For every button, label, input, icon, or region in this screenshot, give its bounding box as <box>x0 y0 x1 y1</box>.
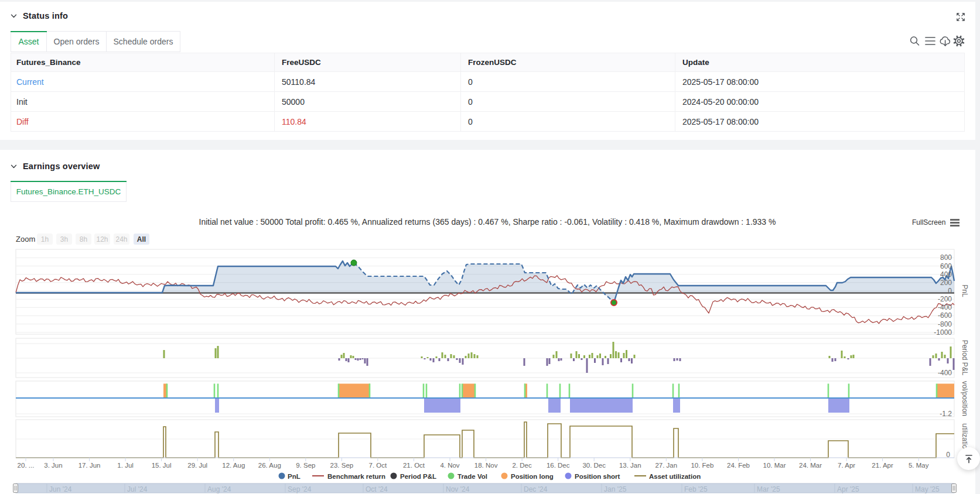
svg-text:18. Nov: 18. Nov <box>474 462 498 469</box>
svg-text:Period P&L: Period P&L <box>400 473 436 480</box>
svg-text:24h: 24h <box>115 235 127 243</box>
svg-text:3h: 3h <box>60 235 68 243</box>
svg-text:21. Apr: 21. Apr <box>872 462 893 469</box>
svg-text:Asset utilization: Asset utilization <box>649 473 701 480</box>
svg-text:1h: 1h <box>41 235 49 243</box>
svg-text:Mar '25: Mar '25 <box>757 485 780 493</box>
svg-text:2. Dec: 2. Dec <box>512 462 531 469</box>
svg-text:Feb '25: Feb '25 <box>684 485 708 493</box>
svg-text:Aug '24: Aug '24 <box>207 485 231 493</box>
svg-text:400: 400 <box>940 270 952 279</box>
svg-text:Period P&L: Period P&L <box>961 340 969 376</box>
svg-text:Jan '25: Jan '25 <box>604 485 627 493</box>
svg-text:4. Nov: 4. Nov <box>440 462 459 469</box>
svg-text:7. Apr: 7. Apr <box>838 462 855 469</box>
svg-text:8h: 8h <box>80 235 87 243</box>
svg-text:20. ...: 20. ... <box>18 462 35 469</box>
svg-text:10. Mar: 10. Mar <box>763 462 786 469</box>
svg-text:30. Dec: 30. Dec <box>582 462 606 469</box>
svg-text:3. Jun: 3. Jun <box>44 462 62 469</box>
svg-text:Dec '24: Dec '24 <box>524 485 548 493</box>
svg-text:600: 600 <box>940 262 952 270</box>
svg-text:Sep '24: Sep '24 <box>288 485 312 493</box>
svg-text:1. Jul: 1. Jul <box>117 462 134 469</box>
svg-text:7. Oct: 7. Oct <box>369 462 387 469</box>
svg-text:15. Jul: 15. Jul <box>152 462 172 469</box>
svg-text:Position short: Position short <box>575 473 620 480</box>
svg-text:Benchmark return: Benchmark return <box>327 473 385 480</box>
svg-text:13. Jan: 13. Jan <box>619 462 641 469</box>
svg-text:PnL: PnL <box>961 284 969 297</box>
svg-text:Jun '24: Jun '24 <box>49 485 72 493</box>
svg-text:10. Feb: 10. Feb <box>691 462 713 469</box>
svg-text:800: 800 <box>940 253 952 262</box>
svg-text:-800: -800 <box>938 320 952 328</box>
svg-text:-1.2: -1.2 <box>940 410 952 418</box>
svg-text:vol/position: vol/position <box>961 381 969 416</box>
svg-text:27. Jan: 27. Jan <box>655 462 677 469</box>
svg-text:Trade Vol: Trade Vol <box>457 473 487 480</box>
svg-text:All: All <box>137 235 146 243</box>
svg-text:Nov '24: Nov '24 <box>446 485 470 493</box>
svg-text:21. Oct: 21. Oct <box>403 462 425 469</box>
svg-text:12. Aug: 12. Aug <box>222 462 245 469</box>
svg-text:26. Aug: 26. Aug <box>258 462 281 469</box>
svg-text:12h: 12h <box>96 235 108 243</box>
svg-text:-1000: -1000 <box>934 328 952 337</box>
svg-text:Initial net value : 50000 Tota: Initial net value : 50000 Total profit: … <box>199 217 776 227</box>
svg-text:-400: -400 <box>938 369 952 377</box>
svg-text:Zoom: Zoom <box>16 235 35 243</box>
svg-text:May '25: May '25 <box>915 485 940 493</box>
svg-text:200: 200 <box>940 279 952 287</box>
svg-text:Apr '25: Apr '25 <box>837 485 859 493</box>
svg-text:-200: -200 <box>938 295 952 303</box>
svg-text:29. Jul: 29. Jul <box>187 462 207 469</box>
svg-text:5. May: 5. May <box>909 462 929 469</box>
svg-text:PnL: PnL <box>288 473 301 480</box>
svg-text:FullScreen: FullScreen <box>912 218 945 227</box>
svg-text:24. Mar: 24. Mar <box>799 462 822 469</box>
svg-text:Oct '24: Oct '24 <box>366 485 388 493</box>
svg-text:16. Dec: 16. Dec <box>547 462 570 469</box>
svg-text:-400: -400 <box>938 303 952 311</box>
svg-text:23. Sep: 23. Sep <box>330 462 354 469</box>
svg-text:Position long: Position long <box>511 473 554 480</box>
svg-text:9. Sep: 9. Sep <box>296 462 315 469</box>
svg-text:Jul '24: Jul '24 <box>127 485 148 493</box>
svg-text:24. Feb: 24. Feb <box>727 462 750 469</box>
svg-text:-600: -600 <box>938 311 952 320</box>
svg-text:0: 0 <box>948 287 952 295</box>
svg-text:17. Jun: 17. Jun <box>78 462 101 469</box>
